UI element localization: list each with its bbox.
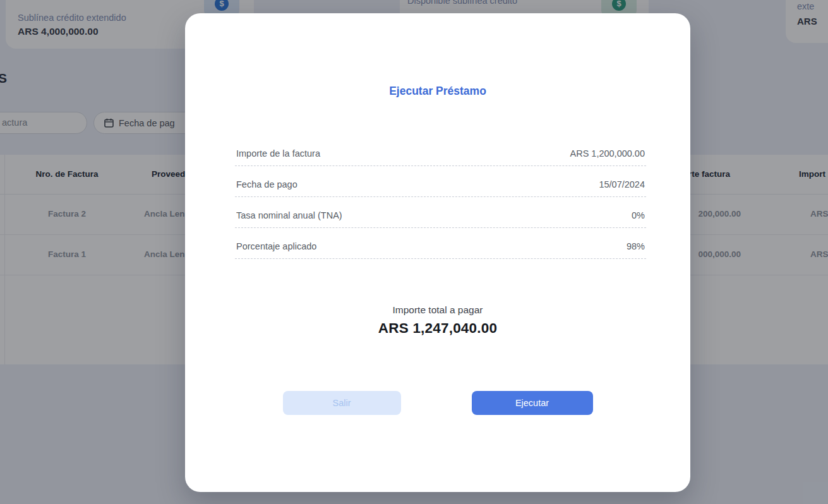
detail-row-invoice-amount: Importe de la factura ARS 1,200,000.00 (235, 148, 646, 166)
detail-value: 15/07/2024 (599, 179, 645, 189)
detail-label: Tasa nominal anual (TNA) (236, 210, 342, 220)
exit-button[interactable]: Salir (283, 391, 401, 415)
execute-button[interactable]: Ejecutar (472, 391, 593, 415)
total-to-pay-value: ARS 1,247,040.00 (185, 320, 690, 337)
total-to-pay-label: Importe total a pagar (185, 304, 690, 316)
dialog-actions: Salir Ejecutar (185, 391, 690, 415)
execute-loan-dialog: Ejecutar Préstamo Importe de la factura … (185, 13, 690, 492)
loan-details-list: Importe de la factura ARS 1,200,000.00 F… (235, 148, 646, 259)
detail-label: Porcentaje aplicado (236, 241, 316, 251)
dialog-title: Ejecutar Préstamo (185, 85, 690, 98)
detail-row-applied-percentage: Porcentaje aplicado 98% (235, 228, 646, 259)
detail-value: ARS 1,200,000.00 (570, 148, 645, 159)
detail-row-payment-date: Fecha de pago 15/07/2024 (235, 166, 646, 197)
detail-label: Fecha de pago (236, 179, 297, 189)
detail-value: 0% (632, 210, 645, 220)
detail-label: Importe de la factura (236, 148, 320, 159)
detail-row-nominal-rate: Tasa nominal anual (TNA) 0% (235, 197, 646, 228)
detail-value: 98% (627, 241, 645, 251)
loan-execution-screen: Sublínea crédito extendido ARS 4,000,000… (0, 0, 828, 504)
